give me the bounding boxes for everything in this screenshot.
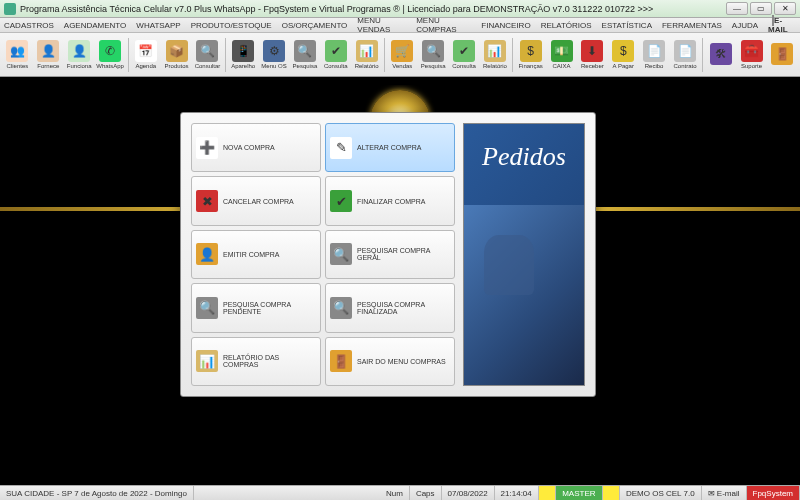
toolbar-contrato[interactable]: 📄Contrato: [671, 35, 700, 75]
toolbar-separator: [225, 38, 226, 72]
suporte-icon: 🧰: [741, 40, 763, 62]
dlg-icon: ✖: [196, 190, 218, 212]
dlg-icon: 👤: [196, 243, 218, 265]
toolbar-menu os[interactable]: ⚙Menu OS: [260, 35, 289, 75]
toolbar-consultar[interactable]: 🔍Consultar: [193, 35, 222, 75]
menu-menu vendas[interactable]: MENU VENDAS: [357, 16, 406, 34]
toolbar-recibo[interactable]: 📄Recibo: [640, 35, 669, 75]
toolbar-pesquisa[interactable]: 🔍Pesquisa: [290, 35, 319, 75]
menu-relatórios[interactable]: RELATÓRIOS: [541, 21, 592, 30]
toolbar-suporte[interactable]: 🧰Suporte: [737, 35, 766, 75]
window-controls: — ▭ ✕: [726, 2, 796, 15]
status-indicator-yellow: [539, 486, 556, 500]
dlg-btn-nova-compra[interactable]: ➕NOVA COMPRA: [191, 123, 321, 172]
dialog-button-grid: ➕NOVA COMPRA✎ALTERAR COMPRA✖CANCELAR COM…: [191, 123, 455, 386]
status-time: 21:14:04: [495, 486, 539, 500]
dlg-btn-cancelar-compra[interactable]: ✖CANCELAR COMPRA: [191, 176, 321, 225]
toolbar-label: Relatório: [355, 63, 379, 69]
status-indicator-yellow2: [603, 486, 620, 500]
toolbar-relatório[interactable]: 📊Relatório: [352, 35, 381, 75]
toolbar-pesquisa[interactable]: 🔍Pesquisa: [419, 35, 448, 75]
toolbar-label: A Pagar: [613, 63, 634, 69]
email-icon: [772, 15, 774, 26]
menu-ferramentas[interactable]: FERRAMENTAS: [662, 21, 722, 30]
menu-financeiro[interactable]: FINANCEIRO: [481, 21, 530, 30]
toolbar-btn24[interactable]: 🚪: [768, 35, 797, 75]
main-area: ➕NOVA COMPRA✎ALTERAR COMPRA✖CANCELAR COM…: [0, 77, 800, 485]
maximize-button[interactable]: ▭: [750, 2, 772, 15]
btn22-icon: 🛠: [710, 43, 732, 65]
clientes-icon: 👥: [6, 40, 28, 62]
toolbar-agenda[interactable]: 📅Agenda: [131, 35, 160, 75]
toolbar-a pagar[interactable]: $A Pagar: [609, 35, 638, 75]
toolbar-caixa[interactable]: 💵CAIXA: [547, 35, 576, 75]
dlg-btn-label: CANCELAR COMPRA: [223, 198, 294, 205]
dlg-btn-alterar-compra[interactable]: ✎ALTERAR COMPRA: [325, 123, 455, 172]
status-caps: Caps: [410, 486, 442, 500]
btn24-icon: 🚪: [771, 43, 793, 65]
dlg-btn-relatório-das-compras[interactable]: 📊RELATÓRIO DAS COMPRAS: [191, 337, 321, 386]
toolbar-separator: [384, 38, 385, 72]
toolbar: 👥Clientes👤Fornece👤Funciona✆WhatsApp📅Agen…: [0, 33, 800, 77]
dlg-btn-pesquisar-compra-geral[interactable]: 🔍PESQUISAR COMPRA GERAL: [325, 230, 455, 279]
toolbar-produtos[interactable]: 📦Produtos: [162, 35, 191, 75]
dlg-icon: 🔍: [196, 297, 218, 319]
dlg-btn-emitir-compra[interactable]: 👤EMITIR COMPRA: [191, 230, 321, 279]
dlg-btn-label: NOVA COMPRA: [223, 144, 275, 151]
toolbar-clientes[interactable]: 👥Clientes: [3, 35, 32, 75]
a pagar-icon: $: [612, 40, 634, 62]
menu-estatística[interactable]: ESTATÍSTICA: [602, 21, 652, 30]
toolbar-label: Produtos: [165, 63, 189, 69]
dlg-btn-label: RELATÓRIO DAS COMPRAS: [223, 354, 316, 368]
menu-cadastros[interactable]: CADASTROS: [4, 21, 54, 30]
dlg-btn-finalizar-compra[interactable]: ✔FINALIZAR COMPRA: [325, 176, 455, 225]
menu-whatsapp[interactable]: WHATSAPP: [136, 21, 180, 30]
status-email[interactable]: ✉ E-mail: [702, 486, 747, 500]
toolbar-label: Consulta: [324, 63, 348, 69]
dlg-btn-sair-do-menu-compras[interactable]: 🚪SAIR DO MENU COMPRAS: [325, 337, 455, 386]
dlg-btn-pesquisa-compra-finalizada[interactable]: 🔍PESQUISA COMPRA FINALIZADA: [325, 283, 455, 332]
dlg-icon: 🔍: [330, 297, 352, 319]
close-button[interactable]: ✕: [774, 2, 796, 15]
side-panel-title: Pedidos: [464, 142, 584, 172]
toolbar-consulta[interactable]: ✔Consulta: [450, 35, 479, 75]
compras-dialog: ➕NOVA COMPRA✎ALTERAR COMPRA✖CANCELAR COM…: [180, 112, 596, 397]
toolbar-btn22[interactable]: 🛠: [706, 35, 735, 75]
toolbar-label: Menu OS: [261, 63, 286, 69]
dlg-icon: 🚪: [330, 350, 352, 372]
toolbar-label: Pesquisa: [421, 63, 446, 69]
toolbar-label: Consultar: [195, 63, 221, 69]
toolbar-label: Receber: [581, 63, 604, 69]
dlg-icon: ➕: [196, 137, 218, 159]
menu-produto/estoque[interactable]: PRODUTO/ESTOQUE: [191, 21, 272, 30]
toolbar-receber[interactable]: ⬇Receber: [578, 35, 607, 75]
menu-email[interactable]: E-MAIL: [768, 16, 796, 34]
toolbar-label: Contrato: [673, 63, 696, 69]
toolbar-vendas[interactable]: 🛒Vendas: [388, 35, 417, 75]
status-demo: DEMO OS CEL 7.0: [620, 486, 702, 500]
contrato-icon: 📄: [674, 40, 696, 62]
recibo-icon: 📄: [643, 40, 665, 62]
toolbar-label: Aparelho: [231, 63, 255, 69]
menu-ajuda[interactable]: AJUDA: [732, 21, 758, 30]
fornece-icon: 👤: [37, 40, 59, 62]
toolbar-label: Recibo: [645, 63, 664, 69]
toolbar-funciona[interactable]: 👤Funciona: [65, 35, 94, 75]
title-text: Programa Assistência Técnica Celular v7.…: [20, 4, 726, 14]
dlg-btn-pesquisa-compra-pendente[interactable]: 🔍PESQUISA COMPRA PENDENTE: [191, 283, 321, 332]
toolbar-finanças[interactable]: $Finanças: [516, 35, 545, 75]
menu-menu compras[interactable]: MENU COMPRAS: [416, 16, 471, 34]
toolbar-whatsapp[interactable]: ✆WhatsApp: [96, 35, 125, 75]
toolbar-fornece[interactable]: 👤Fornece: [34, 35, 63, 75]
menu-agendamento[interactable]: AGENDAMENTO: [64, 21, 127, 30]
menu os-icon: ⚙: [263, 40, 285, 62]
aparelho-icon: 📱: [232, 40, 254, 62]
toolbar-aparelho[interactable]: 📱Aparelho: [229, 35, 258, 75]
menu-os/orçamento[interactable]: OS/ORÇAMENTO: [282, 21, 348, 30]
toolbar-relatório[interactable]: 📊Relatório: [481, 35, 510, 75]
minimize-button[interactable]: —: [726, 2, 748, 15]
status-brand: FpqSystem: [747, 486, 800, 500]
toolbar-label: Clientes: [7, 63, 29, 69]
dlg-icon: ✔: [330, 190, 352, 212]
toolbar-consulta[interactable]: ✔Consulta: [321, 35, 350, 75]
